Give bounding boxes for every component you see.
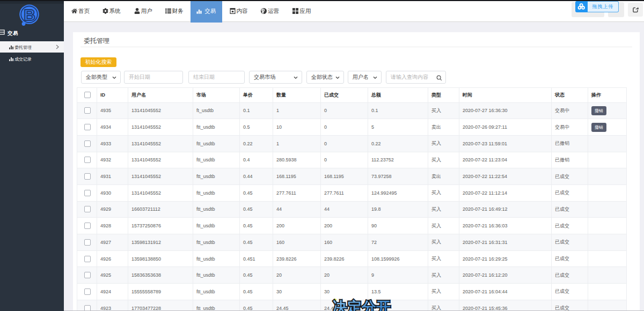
svg-text:B: B xyxy=(24,6,35,24)
